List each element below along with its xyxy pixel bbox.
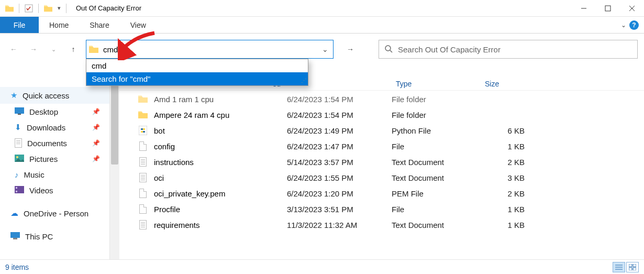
file-date: 11/3/2022 11:32 AM: [287, 221, 392, 229]
sidebar-item-videos[interactable]: Videos: [0, 182, 109, 198]
sidebar-item-music[interactable]: ♪ Music: [0, 167, 109, 182]
file-tab[interactable]: File: [0, 17, 39, 33]
go-refresh-button[interactable]: →: [341, 40, 360, 59]
svg-rect-23: [633, 268, 636, 270]
item-count: 9 items: [5, 263, 29, 271]
tab-home[interactable]: Home: [39, 17, 79, 33]
sidebar-quick-access[interactable]: ★ Quick access: [0, 87, 109, 104]
file-date: 6/24/2023 1:54 PM: [287, 95, 392, 104]
navigation-bar: ← → ⌄ ↑ ⌄ cmd Search for "cmd" ⋰ → Searc…: [0, 34, 644, 65]
close-button[interactable]: [620, 0, 644, 17]
pin-icon: 📌: [92, 108, 100, 115]
tab-share[interactable]: Share: [79, 17, 119, 33]
scrollbar-thumb[interactable]: [111, 81, 118, 165]
sidebar-label: Desktop: [29, 107, 58, 116]
annotation-arrow-icon: [118, 29, 160, 60]
minimize-button[interactable]: [572, 0, 596, 17]
svg-rect-2: [605, 6, 610, 11]
details-view-button[interactable]: [613, 262, 625, 272]
file-date: 5/14/2023 3:57 PM: [287, 158, 392, 167]
star-icon: ★: [10, 91, 17, 100]
column-type[interactable]: Type: [392, 77, 481, 90]
thumbnails-view-button[interactable]: [626, 262, 639, 272]
file-type: Text Document: [392, 221, 481, 229]
window-title: Out Of Capacity Error: [72, 4, 141, 12]
file-name: requirements: [151, 221, 287, 229]
svg-point-10: [16, 156, 18, 158]
content-area: ★ Quick access Desktop 📌 ⬇ Downloads 📌 D…: [0, 65, 644, 259]
file-type: File: [392, 142, 481, 151]
cloud-icon: ☁: [10, 209, 18, 218]
search-box[interactable]: Search Out Of Capacity Error: [379, 40, 638, 59]
properties-icon[interactable]: [25, 4, 33, 13]
file-type: PEM File: [392, 189, 481, 198]
sidebar-label: Videos: [29, 186, 53, 195]
help-icon[interactable]: ?: [629, 20, 639, 30]
desktop-icon: [15, 107, 24, 116]
back-button[interactable]: ←: [6, 42, 21, 57]
sidebar-item-desktop[interactable]: Desktop 📌: [0, 104, 109, 119]
file-date: 6/24/2023 1:20 PM: [287, 189, 392, 198]
svg-line-6: [390, 50, 392, 52]
sidebar-label: This PC: [25, 232, 53, 241]
file-type-icon: [135, 95, 151, 103]
expand-ribbon-icon[interactable]: ⌄: [621, 21, 626, 29]
file-date: 6/24/2023 1:55 PM: [287, 173, 392, 182]
file-type-icon: [135, 141, 151, 151]
file-date: 3/13/2023 3:51 PM: [287, 205, 392, 214]
svg-rect-16: [139, 126, 147, 135]
svg-rect-8: [18, 114, 21, 115]
address-history-dropdown[interactable]: ⌄: [317, 45, 333, 53]
file-name: Amd 1 ram 1 cpu: [151, 95, 287, 104]
file-row[interactable]: oci_private_key.pem6/24/2023 1:20 PMPEM …: [119, 185, 644, 201]
svg-rect-15: [13, 238, 17, 239]
file-type-icon: [135, 126, 151, 135]
file-rows: Amd 1 ram 1 cpu6/24/2023 1:54 PMFile fol…: [119, 91, 644, 259]
file-type-icon: [135, 157, 151, 167]
file-row[interactable]: Ampere 24 ram 4 cpu6/24/2023 1:54 PMFile…: [119, 107, 644, 123]
forward-button[interactable]: →: [26, 42, 41, 57]
sidebar-item-downloads[interactable]: ⬇ Downloads 📌: [0, 119, 109, 135]
search-placeholder: Search Out Of Capacity Error: [398, 45, 501, 54]
music-icon: ♪: [15, 170, 19, 179]
file-list-pane: ed Type Size Amd 1 ram 1 cpu6/24/2023 1:…: [119, 65, 644, 259]
sidebar-item-this-pc[interactable]: This PC: [0, 228, 109, 244]
column-size[interactable]: Size: [481, 77, 533, 90]
sidebar-scrollbar[interactable]: [110, 65, 119, 259]
suggestion-search-cmd[interactable]: Search for "cmd": [86, 72, 308, 85]
file-row[interactable]: Amd 1 ram 1 cpu6/24/2023 1:54 PMFile fol…: [119, 91, 644, 107]
qat-more-icon[interactable]: ▾: [58, 5, 61, 12]
suggestion-cmd[interactable]: cmd: [86, 59, 308, 72]
view-toggles: [613, 262, 639, 272]
svg-rect-13: [16, 191, 17, 192]
divider: [19, 4, 19, 13]
file-row[interactable]: instructions5/14/2023 3:57 PMText Docume…: [119, 154, 644, 170]
sidebar-item-onedrive[interactable]: ☁ OneDrive - Person: [0, 205, 109, 221]
file-type-icon: [135, 204, 151, 214]
up-button[interactable]: ↑: [66, 42, 81, 57]
download-icon: ⬇: [15, 123, 21, 132]
file-row[interactable]: config6/24/2023 1:47 PMFile1 KB: [119, 138, 644, 154]
document-icon: [15, 138, 22, 148]
recent-locations-button[interactable]: ⌄: [46, 42, 61, 57]
divider: [38, 4, 39, 13]
navigation-pane: ★ Quick access Desktop 📌 ⬇ Downloads 📌 D…: [0, 65, 110, 259]
videos-icon: [15, 186, 24, 195]
file-row[interactable]: oci6/24/2023 1:55 PMText Document3 KB: [119, 170, 644, 185]
resize-grip-icon[interactable]: ⋰: [301, 78, 307, 84]
title-bar: ▾ Out Of Capacity Error: [0, 0, 644, 17]
maximize-button[interactable]: [596, 0, 620, 17]
file-row[interactable]: Procfile3/13/2023 3:51 PMFile1 KB: [119, 201, 644, 217]
file-type: Text Document: [392, 173, 481, 182]
sidebar-item-pictures[interactable]: Pictures 📌: [0, 151, 109, 167]
file-type: File: [392, 205, 481, 214]
file-row[interactable]: bot6/24/2023 1:49 PMPython File6 KB: [119, 123, 644, 138]
svg-point-5: [385, 46, 391, 51]
file-name: oci_private_key.pem: [151, 189, 287, 198]
file-type-icon: [135, 173, 151, 182]
file-name: config: [151, 142, 287, 151]
sidebar-item-documents[interactable]: Documents 📌: [0, 135, 109, 151]
ribbon-tabs: File Home Share View ⌄ ?: [0, 17, 644, 34]
file-row[interactable]: requirements11/3/2022 11:32 AMText Docum…: [119, 217, 644, 233]
folder-icon[interactable]: [44, 4, 52, 13]
